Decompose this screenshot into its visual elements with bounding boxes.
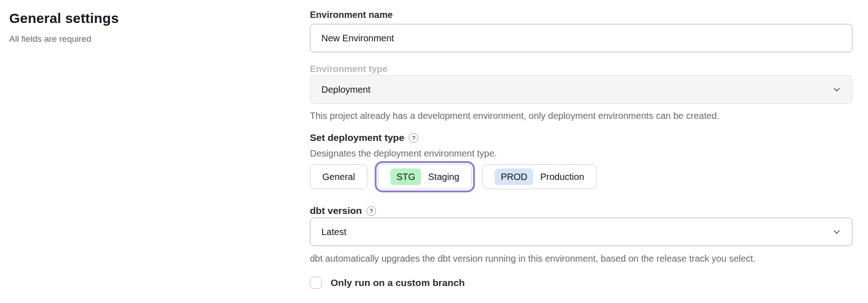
dbt-version-value: Latest (321, 227, 346, 237)
staging-label: Staging (428, 172, 459, 182)
chevron-down-icon (832, 227, 842, 237)
deployment-type-heading: Set deployment type ? (310, 132, 852, 144)
custom-branch-row: Only run on a custom branch (310, 277, 852, 289)
general-label: General (322, 172, 355, 182)
environment-type-label: Environment type (310, 63, 852, 74)
page-title: General settings (9, 10, 285, 27)
deployment-type-production-button[interactable]: PROD Production (482, 164, 596, 189)
deployment-type-title: Set deployment type (310, 132, 404, 144)
deployment-type-helper: Designates the deployment environment ty… (310, 147, 852, 159)
environment-type-value: Deployment (321, 84, 371, 95)
environment-type-helper: This project already has a development e… (310, 110, 852, 122)
production-badge: PROD (495, 168, 533, 185)
dbt-version-title: dbt version (310, 205, 362, 217)
help-icon[interactable]: ? (409, 133, 418, 143)
chevron-down-icon (832, 84, 842, 95)
environment-settings-page: General settings All fields are required… (0, 0, 868, 303)
dbt-version-select[interactable]: Latest (310, 218, 852, 246)
environment-form: Environment name Environment type Deploy… (310, 0, 852, 289)
help-icon[interactable]: ? (366, 206, 376, 216)
dbt-version-helper: dbt automatically upgrades the dbt versi… (310, 252, 852, 264)
custom-branch-checkbox[interactable] (310, 277, 322, 289)
general-settings-intro: General settings All fields are required (9, 10, 285, 45)
environment-type-select: Deployment (310, 75, 852, 104)
custom-branch-label: Only run on a custom branch (331, 277, 465, 288)
deployment-type-staging-button[interactable]: STG Staging (378, 164, 472, 189)
deployment-type-options: General STG Staging PROD Production (310, 164, 852, 189)
staging-badge: STG (390, 168, 421, 185)
environment-name-input[interactable] (310, 24, 852, 52)
production-label: Production (540, 172, 584, 182)
page-subtitle: All fields are required (9, 34, 285, 45)
deployment-type-general-button[interactable]: General (310, 164, 367, 189)
environment-name-label: Environment name (310, 9, 852, 20)
dbt-version-heading: dbt version ? (310, 205, 852, 217)
